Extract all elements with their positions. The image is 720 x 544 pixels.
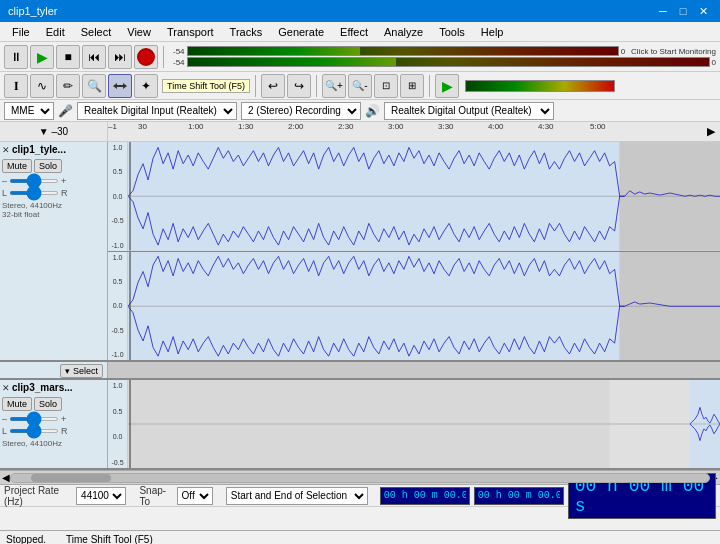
tick-130: 1:30	[238, 122, 254, 131]
vu-label-0: 0	[621, 47, 625, 56]
track3-mute[interactable]: Mute	[2, 397, 32, 411]
scroll-left-btn[interactable]: ◀	[2, 472, 10, 483]
menu-generate[interactable]: Generate	[270, 22, 332, 41]
play-green-button[interactable]: ▶	[435, 74, 459, 98]
zoom-tool[interactable]: 🔍	[82, 74, 106, 98]
snap-to-select[interactable]: Off	[177, 487, 213, 505]
track3-solo[interactable]: Solo	[34, 397, 62, 411]
snap-to-label: Snap-To	[139, 485, 172, 507]
pause-button[interactable]: ⏸	[4, 45, 28, 69]
vu-meter-area: -54 0 Click to Start Monitoring -54 0	[173, 46, 716, 67]
track3-pan-l: L	[2, 426, 7, 436]
track1-container: ✕ clip1_tyle... Mute Solo – + L R Stereo…	[0, 142, 720, 362]
track1-gain-slider[interactable]	[9, 179, 59, 183]
scale-0b: 0.0	[113, 302, 123, 309]
tick-100: 1:00	[188, 122, 204, 131]
menu-select[interactable]: Select	[73, 22, 120, 41]
vu-dark-overlay	[360, 47, 618, 55]
redo-button[interactable]: ↪	[287, 74, 311, 98]
scale-m05b: -0.5	[111, 327, 123, 334]
vu-bar-top	[187, 46, 619, 56]
draw-tool[interactable]: ✏	[56, 74, 80, 98]
menu-edit[interactable]: Edit	[38, 22, 73, 41]
track1-close[interactable]: ✕	[2, 145, 10, 155]
menu-tools[interactable]: Tools	[431, 22, 473, 41]
track1-pan-slider[interactable]	[9, 191, 59, 195]
tooltip-timeshift: Time Shift Tool (F5)	[162, 79, 250, 93]
playback-meter	[461, 80, 716, 92]
horizontal-scrollbar[interactable]: ◀ ▶	[0, 470, 720, 484]
input-device-select[interactable]: Realtek Digital Input (Realtek)	[77, 102, 237, 120]
play-button[interactable]: ▶	[30, 45, 54, 69]
track1-ch2: 1.0 0.5 0.0 -0.5 -1.0	[108, 252, 720, 361]
skip-fwd-button[interactable]: ⏭	[108, 45, 132, 69]
track1-pan-l: L	[2, 188, 7, 198]
track1-name: clip1_tyle...	[12, 144, 66, 155]
menu-transport[interactable]: Transport	[159, 22, 222, 41]
t3-scale-05: 0.5	[113, 408, 123, 415]
tick-230: 2:30	[338, 122, 354, 131]
zoom-out-button[interactable]: 🔍-	[348, 74, 372, 98]
vu-top-row: -54 0 Click to Start Monitoring	[173, 46, 716, 56]
selection-end-input[interactable]: 00 h 00 m 00.000 s	[474, 487, 564, 505]
maximize-button[interactable]: □	[674, 2, 692, 20]
track3-pan-slider[interactable]	[9, 429, 59, 433]
window-title: clip1_tyler	[8, 5, 58, 17]
ruler-offset: ▼ –30	[0, 122, 108, 141]
close-button[interactable]: ✕	[694, 2, 712, 20]
track3-gain-minus: –	[2, 414, 7, 424]
track3-waveform[interactable]	[128, 380, 720, 468]
record-button[interactable]	[134, 45, 158, 69]
track1-ch1-waveform[interactable]: // This won't execute in SVG - using inl…	[128, 142, 720, 251]
sep4	[429, 75, 430, 97]
minimize-button[interactable]: ─	[654, 2, 672, 20]
track3-gain-slider[interactable]	[9, 417, 59, 421]
track1-label: ✕ clip1_tyle... Mute Solo – + L R Stereo…	[0, 142, 108, 360]
skip-back-button[interactable]: ⏮	[82, 45, 106, 69]
t3-scale-1: 1.0	[113, 382, 123, 389]
channel-select[interactable]: 2 (Stereo) Recording Cha...	[241, 102, 361, 120]
envelope-tool[interactable]: ∿	[30, 74, 54, 98]
track1-ch2-waveform[interactable]	[128, 252, 720, 361]
track1-mute[interactable]: Mute	[2, 159, 32, 173]
audio-host-select[interactable]: MME	[4, 102, 54, 120]
timeshift-tool[interactable]	[108, 74, 132, 98]
scale-m05t: -0.5	[111, 217, 123, 224]
selection-tool[interactable]: 𝐈	[4, 74, 28, 98]
track3-close[interactable]: ✕	[2, 383, 10, 393]
track1-scale-bottom: 1.0 0.5 0.0 -0.5 -1.0	[108, 252, 128, 361]
output-device-select[interactable]: Realtek Digital Output (Realtek)	[384, 102, 554, 120]
scrollbar-thumb[interactable]	[31, 474, 111, 482]
project-rate-select[interactable]: 44100	[76, 487, 126, 505]
scale-0t: 0.0	[113, 193, 123, 200]
track3-label: ✕ clip3_mars... Mute Solo – + L R Stereo…	[0, 380, 108, 468]
multi-tool[interactable]: ✦	[134, 74, 158, 98]
selection-mode-select[interactable]: Start and End of Selection	[226, 487, 368, 505]
ruler-scroll-right[interactable]: ▶	[702, 122, 720, 141]
transport-toolbar: ⏸ ▶ ■ ⏮ ⏭ -54 0 Click to Start Monitorin…	[0, 42, 720, 72]
menu-file[interactable]: File	[4, 22, 38, 41]
undo-button[interactable]: ↩	[261, 74, 285, 98]
click-to-monitor[interactable]: Click to Start Monitoring	[631, 47, 716, 56]
ruler-ticks: –1 30 1:00 1:30 2:00 2:30 3:00 3:30 4:00…	[108, 122, 702, 141]
zoom-fit-button[interactable]: ⊡	[374, 74, 398, 98]
track1-select-button[interactable]: ▾ Select	[60, 364, 103, 378]
mixer-bar: MME 🎤 Realtek Digital Input (Realtek) 2 …	[0, 100, 720, 122]
selection-start-input[interactable]: 00 h 00 m 00.000 s	[380, 487, 470, 505]
track1-solo[interactable]: Solo	[34, 159, 62, 173]
scrollbar-track[interactable]	[10, 473, 710, 483]
stop-button[interactable]: ■	[56, 45, 80, 69]
playback-vu	[465, 80, 615, 92]
menu-analyze[interactable]: Analyze	[376, 22, 431, 41]
menu-view[interactable]: View	[119, 22, 159, 41]
track3-name: clip3_mars...	[12, 382, 73, 393]
scale-m1b: -1.0	[111, 351, 123, 358]
tick-30: 30	[138, 122, 147, 131]
zoom-sel-button[interactable]: ⊞	[400, 74, 424, 98]
vu-label-54: -54	[173, 47, 185, 56]
bottom-bar: Project Rate (Hz) 44100 Snap-To Off Star…	[0, 484, 720, 530]
menu-help[interactable]: Help	[473, 22, 512, 41]
zoom-in-button[interactable]: 🔍+	[322, 74, 346, 98]
menu-tracks[interactable]: Tracks	[222, 22, 271, 41]
menu-effect[interactable]: Effect	[332, 22, 376, 41]
